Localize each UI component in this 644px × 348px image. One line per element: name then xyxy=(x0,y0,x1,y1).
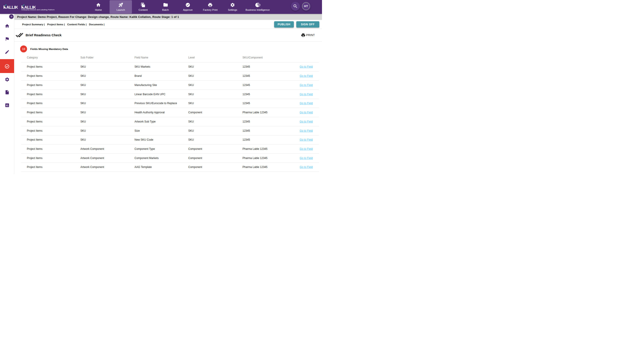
cell-level: SKU xyxy=(183,65,237,68)
cell-sku-component: 12345 xyxy=(237,129,292,132)
tab-project-items[interactable]: Project Items | xyxy=(47,23,65,26)
tab-documents[interactable]: Documents | xyxy=(89,23,104,26)
cell-sub-folder: SKU xyxy=(75,138,129,141)
column-header-category: Category xyxy=(21,56,75,59)
done-all-icon xyxy=(16,32,23,38)
cell-field-name: SKU Markets xyxy=(129,65,183,68)
cell-sku-component: Pharma Lable 12345 xyxy=(237,111,292,114)
go-to-field-link[interactable]: Go to Field xyxy=(300,111,313,114)
go-to-field-link[interactable]: Go to Field xyxy=(300,138,313,141)
go-to-field-link[interactable]: Go to Field xyxy=(300,65,313,68)
user-avatar[interactable]: HT xyxy=(302,2,310,11)
go-to-field-link[interactable]: Go to Field xyxy=(300,84,313,87)
cell-field-name: AAG Template xyxy=(129,165,183,169)
cell-sku-component: 12345 xyxy=(237,102,292,105)
cell-field-name: Artwork Sub Type xyxy=(129,120,183,123)
cell-category: Project Items xyxy=(21,147,75,150)
kallik-k-icon xyxy=(4,5,6,9)
cell-sku-component: 12345 xyxy=(237,84,292,87)
tab-content-fields[interactable]: Content Fields | xyxy=(67,23,86,26)
cell-category: Project Items xyxy=(21,165,75,169)
go-to-field-link[interactable]: Go to Field xyxy=(300,120,313,123)
go-to-field-link[interactable]: Go to Field xyxy=(300,93,313,96)
sign-off-button[interactable]: SIGN OFF xyxy=(296,21,320,28)
nav-item-business-intelligence[interactable]: Business Intelligence xyxy=(244,0,272,14)
cell-level: SKU xyxy=(183,138,237,141)
cell-sub-folder: SKU xyxy=(75,129,129,132)
cell-sku-component: 12345 xyxy=(237,93,292,96)
sidebar-item-readiness-check[interactable] xyxy=(0,64,14,69)
table-row: Project Items SKU New SKU Code SKU 12345… xyxy=(21,135,319,144)
go-to-field-link[interactable]: Go to Field xyxy=(300,102,313,105)
cell-link: Go to Field xyxy=(292,84,319,87)
cell-sku-component: 12345 xyxy=(237,65,292,68)
bar-chart-icon xyxy=(5,103,10,108)
publish-button[interactable]: PUBLISH xyxy=(274,21,294,28)
go-to-field-link[interactable]: Go to Field xyxy=(300,129,313,132)
cell-field-name: Brand xyxy=(129,74,183,77)
sidebar-item-reports[interactable] xyxy=(0,103,14,108)
cell-field-name: Component Type xyxy=(129,147,183,150)
cell-link: Go to Field xyxy=(292,120,319,123)
rocket-icon xyxy=(118,2,124,8)
cell-category: Project Items xyxy=(21,84,75,87)
cell-sub-folder: Artwork Component xyxy=(75,156,129,160)
cell-link: Go to Field xyxy=(292,102,319,105)
print-button[interactable]: PRINT xyxy=(301,33,315,37)
cell-category: Project Items xyxy=(21,156,75,160)
check-circle-icon xyxy=(4,64,10,69)
expand-sidebar-button[interactable] xyxy=(9,14,14,19)
go-to-field-link[interactable]: Go to Field xyxy=(300,156,313,160)
nav-item-home[interactable]: Home xyxy=(87,0,110,14)
go-to-field-link[interactable]: Go to Field xyxy=(300,165,313,169)
cell-sku-component: Pharma Lable 12345 xyxy=(237,165,292,169)
sidebar-item-home[interactable] xyxy=(0,24,14,29)
sidebar-item-documents[interactable] xyxy=(0,90,14,95)
main-content: Project Summary | Project Items | Conten… xyxy=(14,20,322,172)
svg-text:ALLIK: ALLIK xyxy=(24,5,36,9)
issue-label: Fields Missing Mandatory Data xyxy=(30,48,68,50)
cell-link: Go to Field xyxy=(292,93,319,96)
check-circle-icon xyxy=(185,2,190,8)
nav-item-batch[interactable]: Batch xyxy=(154,0,177,14)
table-row: Project Items SKU Brand SKU 12345 Go to … xyxy=(21,71,319,80)
sidebar-item-settings[interactable] xyxy=(0,77,14,82)
arrow-forward-icon xyxy=(10,15,13,18)
sidebar-item-edit[interactable] xyxy=(0,50,14,54)
cell-link: Go to Field xyxy=(292,156,319,160)
cell-sub-folder: SKU xyxy=(75,120,129,123)
nav-item-launch[interactable]: Launch xyxy=(110,0,132,14)
folder-icon xyxy=(163,2,168,8)
kallik-k-icon xyxy=(22,5,24,9)
table-row: Project Items Artwork Component Componen… xyxy=(21,153,319,162)
column-header-field-name: Field Name xyxy=(129,56,183,59)
tab-project-summary[interactable]: Project Summary | xyxy=(22,23,45,26)
cell-category: Project Items xyxy=(21,65,75,68)
search-button[interactable] xyxy=(291,2,300,11)
kallik-logo: ALLIK xyxy=(4,4,18,10)
cell-level: Component xyxy=(183,165,237,169)
cell-link: Go to Field xyxy=(292,74,319,77)
cell-category: Project Items xyxy=(21,93,75,96)
top-navbar: ALLIK ALLIK Enterprise Artwork and Label… xyxy=(0,0,322,14)
home-icon xyxy=(96,2,101,8)
go-to-field-link[interactable]: Go to Field xyxy=(300,74,313,77)
nav-item-factory-print[interactable]: Factory Print xyxy=(199,0,222,14)
table-header-row: Category Sub Folder Field Name Level SKU… xyxy=(21,55,319,60)
cell-field-name: New SKU Code xyxy=(129,138,183,141)
go-to-field-link[interactable]: Go to Field xyxy=(300,147,313,150)
cell-sku-component: 12345 xyxy=(237,74,292,77)
cell-sku-component: Pharma Lable 12345 xyxy=(237,156,292,160)
cell-level: Component xyxy=(183,147,237,150)
nav-item-content[interactable]: Content xyxy=(132,0,154,14)
nav-item-approve[interactable]: Approve xyxy=(177,0,199,14)
cell-sub-folder: SKU xyxy=(75,93,129,96)
cell-sub-folder: SKU xyxy=(75,84,129,87)
cell-level: Component xyxy=(183,156,237,160)
sidebar-item-flag[interactable] xyxy=(0,37,14,41)
cell-link: Go to Field xyxy=(292,129,319,132)
cell-link: Go to Field xyxy=(292,147,319,150)
column-header-sku-component: SKU/Component xyxy=(237,56,292,59)
table-row: Project Items SKU Size SKU 12345 Go to F… xyxy=(21,126,319,135)
nav-item-settings[interactable]: Settings xyxy=(222,0,244,14)
